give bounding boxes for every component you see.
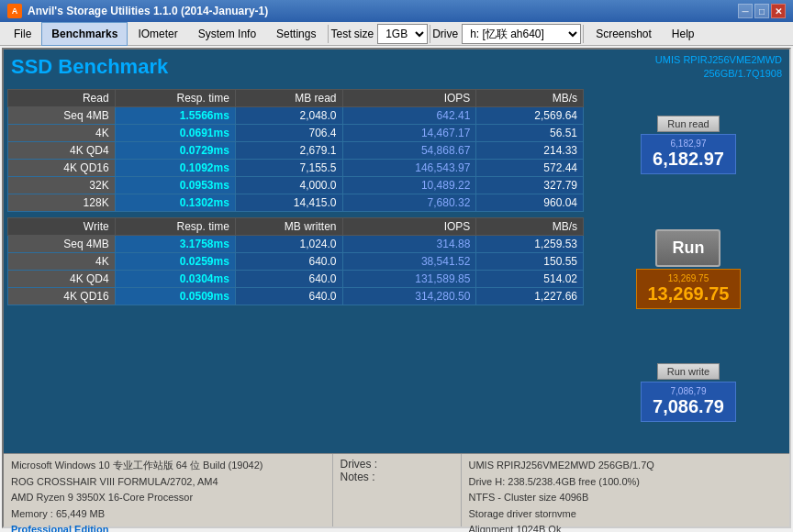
status-os: Microsoft Windows 10 专业工作站版 64 位 Build (… [11, 458, 325, 474]
table-row: 32K0.0953ms4,000.010,489.22327.79 [8, 176, 584, 194]
status-right-6: Alignment 1024B Ok [469, 522, 783, 532]
menu-bar: File Benchmarks IOmeter System Info Sett… [0, 22, 793, 46]
table-row: 4K0.0691ms706.414,467.1756.51 [8, 124, 584, 141]
status-mid: Drives : Notes : [333, 454, 462, 526]
read-table: Read Resp. time MB read IOPS MB/s Seq 4M… [7, 89, 584, 212]
menu-system-info[interactable]: System Info [188, 22, 266, 46]
col-resp-time-write: Resp. time [115, 217, 235, 235]
drives-label: Drives : [341, 458, 453, 471]
window-title: Anvil's Storage Utilities 1.1.0 (2014-Ja… [28, 5, 268, 17]
menu-separator-3 [583, 25, 584, 43]
col-read: Read [8, 89, 116, 106]
app-icon: A [7, 4, 22, 18]
menu-separator-2 [430, 25, 430, 43]
write-score-small: 7,086,79 [653, 386, 724, 396]
run-write-button[interactable]: Run write [657, 363, 720, 380]
minimize-button[interactable]: ─ [738, 4, 753, 18]
total-score-display: 13,269.75 13,269.75 [636, 269, 742, 309]
menu-file[interactable]: File [4, 22, 41, 46]
menu-iometer[interactable]: IOmeter [128, 22, 187, 46]
status-left: Microsoft Windows 10 专业工作站版 64 位 Build (… [4, 454, 333, 526]
drive-info: UMIS RPIRJ256VME2MWD 256GB/1.7Q1908 [655, 53, 782, 82]
read-score-box: Run read 6,182,97 6,182.97 [641, 116, 736, 174]
table-row: 4K QD40.0304ms640.0131,589.85514.02 [8, 270, 584, 287]
table-row: 4K QD40.0729ms2,679.154,868.67214.33 [8, 141, 584, 159]
status-right-1: UMIS RPIRJ256VME2MWD 256GB/1.7Q [469, 458, 783, 474]
right-panel: Run read 6,182,97 6,182.97 Run 13,269.75… [587, 85, 789, 453]
col-mb-written: MB written [235, 217, 342, 235]
content-area: Read Resp. time MB read IOPS MB/s Seq 4M… [4, 85, 789, 453]
write-score-big: 7,086.79 [653, 396, 724, 417]
main-window: SSD Benchmark UMIS RPIRJ256VME2MWD 256GB… [2, 48, 791, 528]
col-iops-read: IOPS [342, 89, 476, 106]
status-right-4: Storage driver stornvme [469, 506, 783, 523]
table-row: 4K QD160.1092ms7,155.5146,543.97572.44 [8, 159, 584, 176]
status-cpu: AMD Ryzen 9 3950X 16-Core Processor [11, 490, 325, 506]
test-size-group: Test size 1GB [330, 24, 428, 44]
notes-label: Notes : [341, 471, 453, 483]
read-score-display: 6,182,97 6,182.97 [641, 134, 736, 174]
test-size-select[interactable]: 1GB [377, 24, 428, 44]
drive-info-line2: 256GB/1.7Q1908 [655, 67, 782, 81]
status-right-2: Drive H: 238.5/238.4GB free (100.0%) [469, 474, 783, 491]
test-size-label: Test size [330, 28, 374, 40]
col-iops-write: IOPS [342, 217, 476, 235]
total-score-big: 13,269.75 [648, 283, 730, 305]
screenshot-button[interactable]: Screenshot [586, 22, 662, 46]
write-table: Write Resp. time MB written IOPS MB/s Se… [7, 217, 584, 305]
drive-info-line1: UMIS RPIRJ256VME2MWD [655, 53, 782, 67]
col-mbs-read: MB/s [476, 89, 584, 106]
total-score-small: 13,269.75 [648, 273, 730, 283]
table-row: 4K0.0259ms640.038,541.52150.55 [8, 252, 584, 270]
col-mb-read: MB read [235, 89, 342, 106]
drive-group: Drive h: [忆联 ah640] [432, 24, 581, 44]
status-bar: Microsoft Windows 10 专业工作站版 64 位 Build (… [4, 453, 789, 526]
read-score-small: 6,182,97 [653, 139, 724, 149]
table-row: 128K0.1302ms14,415.07,680.32960.04 [8, 194, 584, 211]
maximize-button[interactable]: □ [754, 4, 769, 18]
run-main-button[interactable]: Run [655, 229, 720, 267]
menu-benchmarks[interactable]: Benchmarks [41, 22, 128, 46]
drive-label: Drive [432, 28, 458, 40]
status-right-3: NTFS - Cluster size 4096B [469, 490, 783, 506]
total-score-box: Run 13,269.75 13,269.75 [636, 229, 742, 309]
status-mb: ROG CROSSHAIR VIII FORMULA/2702, AM4 [11, 474, 325, 491]
drive-select[interactable]: h: [忆联 ah640] [462, 24, 581, 44]
status-memory: Memory : 65,449 MB [11, 506, 325, 523]
table-row: 4K QD160.0509ms640.0314,280.501,227.66 [8, 287, 584, 305]
title-bar: A Anvil's Storage Utilities 1.1.0 (2014-… [0, 0, 793, 22]
table-area: Read Resp. time MB read IOPS MB/s Seq 4M… [4, 85, 587, 453]
status-right: UMIS RPIRJ256VME2MWD 256GB/1.7Q Drive H:… [462, 454, 790, 526]
read-score-big: 6,182.97 [653, 149, 724, 170]
col-write: Write [8, 217, 116, 235]
benchmark-title: SSD Benchmark [11, 55, 168, 79]
table-row: Seq 4MB3.1758ms1,024.0314.881,259.53 [8, 235, 584, 252]
table-row: Seq 4MB1.5566ms2,048.0642.412,569.64 [8, 106, 584, 124]
close-button[interactable]: ✕ [771, 4, 786, 18]
menu-help[interactable]: Help [662, 22, 705, 46]
status-edition: Professional Edition [11, 522, 325, 532]
col-resp-time-read: Resp. time [115, 89, 235, 106]
benchmark-header: SSD Benchmark UMIS RPIRJ256VME2MWD 256GB… [4, 50, 789, 85]
write-score-display: 7,086,79 7,086.79 [641, 382, 736, 422]
write-score-box: Run write 7,086,79 7,086.79 [641, 363, 736, 422]
run-read-button[interactable]: Run read [657, 116, 719, 132]
menu-settings[interactable]: Settings [266, 22, 326, 46]
menu-separator-1 [328, 25, 329, 43]
col-mbs-write: MB/s [476, 217, 584, 235]
